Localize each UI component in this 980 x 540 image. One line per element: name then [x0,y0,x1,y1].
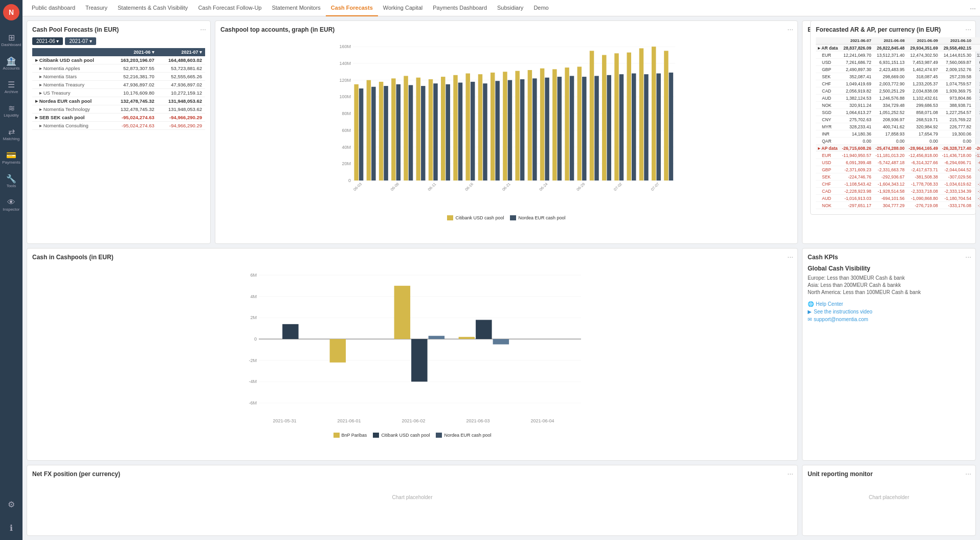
ar-row-value: 13,512,371.40 [873,52,906,59]
ar-row-value: 0.00 [973,138,980,145]
table-row: USD7,261,686.726,931,151.137,453,987.497… [816,59,980,66]
ar-row-value: 388,938.71 [940,102,973,109]
ar-row-value: 298,669.00 [873,73,906,80]
sidebar-item-inspector[interactable]: 👁 Inspector [1,194,21,216]
sidebar-item-info[interactable]: ℹ [1,517,21,539]
ar-row-value: -694,101.56 [873,195,906,202]
nav-statement-monitors[interactable]: Statement Monitors [266,0,325,16]
nav-cash-forecasts[interactable]: Cash Forecasts [326,0,378,16]
ar-row-label: SEK [816,173,840,181]
ar-col-header: 2021-06-11 [973,37,980,44]
accounts-icon: 🏦 [6,57,16,65]
bar-nordea [495,81,499,181]
sidebar-item-settings[interactable]: ⚙ [1,493,21,516]
month-btn-jun[interactable]: 2021-06 ▾ [32,37,63,45]
nav-more-button[interactable]: ··· [970,4,976,12]
nav-subsidiary[interactable]: Subsidiary [492,0,528,16]
ar-col-header: 2021-06-08 [873,37,906,44]
forecasted-ar-ap-title: Forecasted AR & AP, per currency (in EUR… [816,26,970,33]
cashpools-legend: BnP Paribas Citibank USD cash pool Norde… [32,433,792,438]
ar-row-label: AUD [816,95,840,102]
svg-text:140M: 140M [339,61,351,66]
pool-row-v2: 10,272,159.12 [158,89,205,97]
legend-item: Citibank USD cash pool [447,215,504,220]
sidebar-item-payments[interactable]: 💳 Payments [1,147,21,169]
instructions-link[interactable]: ▶ See the instructions video [808,309,970,314]
table-row: QAR0.000.000.000.000.000.00 [816,138,980,145]
sidebar-item-dashboard[interactable]: ⊞ Dashboard [1,29,21,52]
bar-nordea [520,79,524,181]
svg-text:100M: 100M [339,94,351,99]
nav-payments-dashboard[interactable]: Payments Dashboard [428,0,492,16]
ar-row-value: 328,233.41 [840,123,873,130]
bar-citibank [391,78,395,181]
ar-col-header: 2021-06-09 [907,37,940,44]
ar-row-value: 2,490,897.30 [840,66,873,73]
info-icon: ℹ [10,524,13,532]
net-fx-panel: Net FX position (per currency) ··· Chart… [27,465,798,536]
svg-text:06-03: 06-03 [352,182,363,192]
nav-cash-forecast-followup[interactable]: Cash Forecast Follow-Up [193,0,266,16]
table-row: CAD-2,228,923.98-1,928,514.58-2,333,718.… [816,188,980,195]
pool-row-v2: 131,948,053.62 [158,97,205,105]
cashpool-top-menu[interactable]: ··· [787,25,793,33]
nav-statements-cash[interactable]: Statements & Cash Visibility [113,0,193,16]
ar-row-label: USD [816,59,840,66]
support-email-link[interactable]: ✉ support@nomentia.com [808,317,970,322]
ar-row-label: ▸ AR data [816,44,840,52]
nav-public-dashboard[interactable]: Public dashboard [27,0,80,16]
nav-treasury[interactable]: Treasury [80,0,113,16]
support-email-label: support@nomentia.com [814,317,868,322]
month-btn-jul[interactable]: 2021-07 ▾ [65,37,96,45]
pool-row-label: ▸ Citibank USD cash pool [32,56,109,64]
ar-row-value: 1,382,124.53 [840,95,873,102]
cash-kpis-panel: Cash KPIs ··· Global Cash Visibility Eur… [802,248,976,461]
pool-row-label: ▸ Nomentia Stars [32,73,109,81]
svg-text:120M: 120M [339,78,351,83]
ar-row-value: 2,034,838.08 [907,87,940,95]
bar-nordea [421,86,425,181]
ar-row-value: -28,964,165.49 [907,145,940,152]
bar-citibank [491,73,495,181]
unit-reporting-menu[interactable]: ··· [965,469,971,478]
cash-in-cashpools-menu[interactable]: ··· [787,253,793,261]
ar-row-value: 2,423,483.95 [873,66,906,73]
sidebar-item-archive[interactable]: ☰ Archive [1,76,21,99]
bar-nordea [384,86,388,181]
bar-nordea [371,87,375,181]
table-row: USD6,091,399.48-5,742,487.18-6,314,327.6… [816,159,980,166]
svg-text:-2M: -2M [249,357,257,363]
ar-row-value: -25,474,288.00 [873,145,906,152]
pool-row-v1: 163,203,196.07 [109,56,157,64]
bar-citibank [367,80,371,181]
nav-working-capital[interactable]: Working Capital [378,0,428,16]
legend-item: Nordea EUR cash pool [510,215,565,220]
table-row: CNY275,702.63208,936.97268,519.71215,769… [816,116,980,123]
bar-nordea [558,77,562,181]
help-center-link[interactable]: 🌐 Help Center [808,301,970,307]
sidebar-item-liquidity[interactable]: ≋ Liquidity [1,100,21,122]
ar-row-value: 1,761,903.48 [973,80,980,87]
bar-nordea [669,73,673,181]
legend-label: BnP Paribas [342,433,367,438]
forecasted-ar-ap-menu[interactable]: ··· [965,25,971,33]
ar-ap-table: 2021-06-072021-06-082021-06-092021-06-10… [816,37,980,209]
net-fx-menu[interactable]: ··· [787,469,793,478]
ar-row-value: -26,715,608.26 [840,145,873,152]
instructions-label: See the instructions video [814,309,873,314]
legend-item: Nordea EUR cash pool [436,433,491,438]
cash-kpis-menu[interactable]: ··· [965,253,971,261]
sidebar-item-matching[interactable]: ⇄ Matching [1,123,21,146]
ar-row-value: 286,818.97 [973,123,980,130]
sidebar-item-tools[interactable]: 🔧 Tools [1,170,21,193]
cash-pool-forecasts-menu[interactable]: ··· [200,25,206,33]
ar-row-value: 1,175,056.69 [973,95,980,102]
cash-kpis-title: Cash KPIs [808,254,970,261]
sidebar-label-payments: Payments [2,161,20,165]
play-icon: ▶ [808,309,812,314]
sidebar-item-accounts[interactable]: 🏦 Accounts [1,53,21,75]
nav-demo[interactable]: Demo [528,0,553,16]
globe-icon: 🌐 [808,301,814,307]
bar-nordea [570,76,574,181]
svg-text:4M: 4M [250,294,257,299]
